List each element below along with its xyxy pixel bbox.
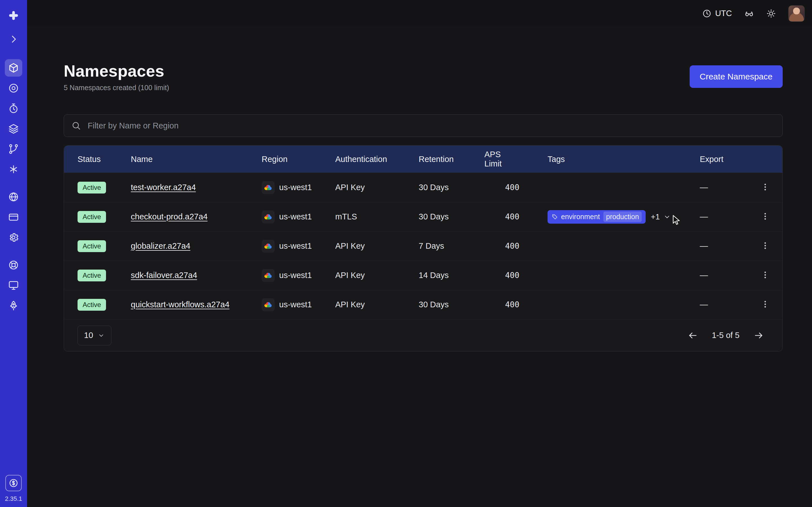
page-size-value: 10 bbox=[84, 331, 93, 340]
kebab-icon bbox=[760, 299, 770, 309]
arrow-right-icon bbox=[754, 330, 764, 341]
asterisk-icon bbox=[8, 164, 19, 175]
sidebar-item-support[interactable] bbox=[5, 256, 22, 274]
retention-label: 7 Days bbox=[419, 241, 485, 251]
column-header-aps-limit: APS Limit bbox=[485, 150, 548, 168]
tag-pill[interactable]: environment production bbox=[548, 210, 646, 224]
region-label: us-west1 bbox=[279, 241, 312, 251]
kebab-icon bbox=[760, 212, 770, 221]
status-badge: Active bbox=[78, 299, 106, 311]
search-input[interactable] bbox=[64, 114, 783, 137]
tag-more-count: +1 bbox=[651, 212, 660, 221]
tag-icon bbox=[552, 214, 558, 220]
sidebar-item-console[interactable] bbox=[5, 277, 22, 294]
chevron-down-icon bbox=[98, 332, 105, 339]
sidebar-item-billing[interactable] bbox=[5, 209, 22, 226]
sidebar-item-settings[interactable] bbox=[5, 229, 22, 246]
theme-toggle-button[interactable] bbox=[766, 9, 776, 18]
sidebar-item-nexus[interactable] bbox=[5, 140, 22, 158]
export-value: — bbox=[700, 300, 747, 309]
column-header-authentication: Authentication bbox=[335, 155, 419, 164]
labs-toggle-button[interactable] bbox=[744, 9, 754, 18]
column-header-name: Name bbox=[131, 155, 262, 164]
status-badge: Active bbox=[78, 240, 106, 252]
export-value: — bbox=[700, 212, 747, 221]
tag-value: production bbox=[603, 212, 642, 222]
aps-limit-value: 400 bbox=[485, 183, 548, 192]
sidebar-item-workflows[interactable] bbox=[5, 79, 22, 97]
sidebar: 2.35.1 bbox=[0, 0, 27, 507]
sidebar-expand-button[interactable] bbox=[5, 31, 22, 48]
auth-label: mTLS bbox=[335, 212, 419, 221]
namespace-link[interactable]: checkout-prod.a27a4 bbox=[131, 212, 207, 221]
gear-icon bbox=[8, 232, 19, 243]
namespace-link[interactable]: quickstart-workflows.a27a4 bbox=[131, 300, 230, 309]
monitor-icon bbox=[8, 280, 19, 291]
sidebar-item-getting-started[interactable] bbox=[5, 297, 22, 314]
temporal-logo[interactable] bbox=[5, 7, 22, 24]
row-menu-button[interactable] bbox=[758, 209, 772, 224]
tags-expand-button[interactable] bbox=[662, 212, 672, 222]
namespace-link[interactable]: sdk-failover.a27a4 bbox=[131, 271, 197, 280]
retention-label: 30 Days bbox=[419, 212, 485, 221]
kebab-icon bbox=[760, 241, 770, 250]
column-header-retention: Retention bbox=[419, 155, 485, 164]
auth-label: API Key bbox=[335, 241, 419, 251]
kebab-icon bbox=[760, 182, 770, 192]
table-header-row: Status Name Region Authentication Retent… bbox=[64, 146, 782, 173]
aps-limit-value: 400 bbox=[485, 212, 548, 221]
page-size-selector[interactable]: 10 bbox=[78, 326, 111, 345]
sidebar-item-regions[interactable] bbox=[5, 188, 22, 206]
table-row: Active quickstart-workflows.a27a4 us-wes… bbox=[64, 290, 782, 319]
namespace-link[interactable]: globalizer.a27a4 bbox=[131, 241, 190, 251]
aps-limit-value: 400 bbox=[485, 271, 548, 280]
table-row: Active globalizer.a27a4 us-west1 API Key… bbox=[64, 231, 782, 261]
timezone-label: UTC bbox=[715, 9, 732, 18]
lifebuoy-icon bbox=[8, 260, 19, 271]
create-namespace-button[interactable]: Create Namespace bbox=[690, 65, 783, 88]
auth-label: API Key bbox=[335, 271, 419, 280]
next-page-button[interactable] bbox=[752, 329, 765, 342]
avatar[interactable] bbox=[788, 5, 805, 22]
circle-dot-icon bbox=[8, 82, 19, 94]
tag-key: environment bbox=[561, 213, 600, 221]
cube-icon bbox=[8, 62, 19, 73]
namespace-link[interactable]: test-worker.a27a4 bbox=[131, 183, 196, 192]
row-menu-button[interactable] bbox=[758, 268, 772, 283]
export-value: — bbox=[700, 271, 747, 280]
status-badge: Active bbox=[78, 211, 106, 223]
pagination-range: 1-5 of 5 bbox=[712, 331, 740, 340]
region-label: us-west1 bbox=[279, 212, 312, 221]
clock-icon bbox=[702, 9, 712, 18]
column-header-status: Status bbox=[64, 155, 131, 164]
gcp-icon bbox=[262, 269, 274, 282]
aps-limit-value: 400 bbox=[485, 300, 548, 309]
sidebar-item-namespaces[interactable] bbox=[5, 59, 22, 76]
row-menu-button[interactable] bbox=[758, 238, 772, 253]
retention-label: 14 Days bbox=[419, 271, 485, 280]
row-menu-button[interactable] bbox=[758, 180, 772, 195]
usage-button[interactable] bbox=[5, 475, 22, 491]
timezone-selector[interactable]: UTC bbox=[702, 9, 732, 18]
region-label: us-west1 bbox=[279, 271, 312, 280]
retention-label: 30 Days bbox=[419, 300, 485, 309]
aps-limit-value: 400 bbox=[485, 241, 548, 251]
arrow-left-icon bbox=[688, 330, 698, 341]
page-title: Namespaces bbox=[64, 61, 169, 80]
layers-icon bbox=[8, 123, 19, 134]
sidebar-item-batch-operations[interactable] bbox=[5, 161, 22, 178]
previous-page-button[interactable] bbox=[686, 329, 700, 342]
column-header-export: Export bbox=[700, 155, 747, 164]
row-menu-button[interactable] bbox=[758, 297, 772, 312]
sidebar-item-deployments[interactable] bbox=[5, 120, 22, 137]
status-badge: Active bbox=[78, 182, 106, 193]
branch-icon bbox=[8, 144, 19, 155]
region-label: us-west1 bbox=[279, 183, 312, 192]
sidebar-item-schedules[interactable] bbox=[5, 100, 22, 117]
retention-label: 30 Days bbox=[419, 183, 485, 192]
main-content: Namespaces 5 Namespaces created (100 lim… bbox=[27, 27, 812, 507]
region-label: us-west1 bbox=[279, 300, 312, 309]
table-row: Active checkout-prod.a27a4 us-west1 mTLS… bbox=[64, 202, 782, 231]
kebab-icon bbox=[760, 270, 770, 280]
namespaces-table: Status Name Region Authentication Retent… bbox=[64, 145, 783, 351]
